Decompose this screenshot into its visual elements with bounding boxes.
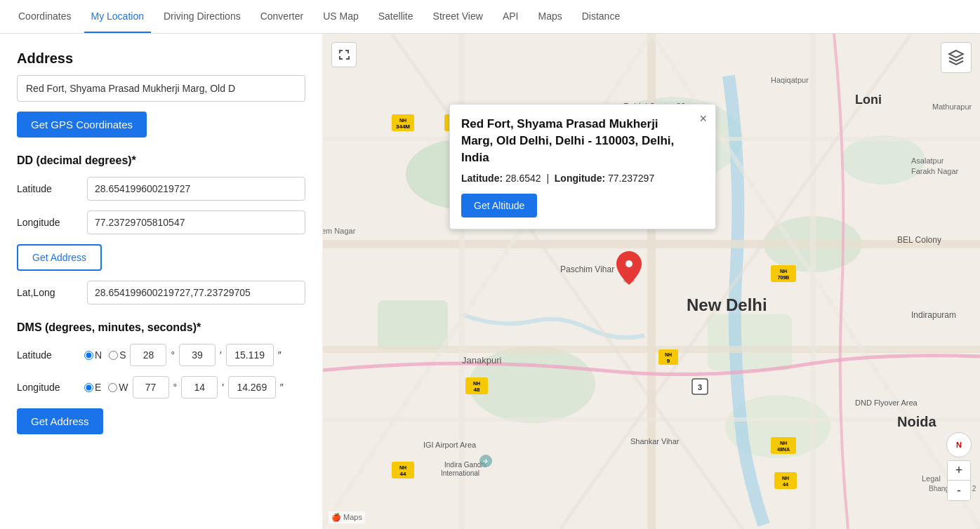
dms-latitude-label: Latitude (17, 349, 80, 361)
latitude-row: Latitude (17, 177, 305, 201)
lat-long-input[interactable] (87, 281, 305, 304)
dms-latitude-row: Latitude N S ° ′ ″ (17, 344, 305, 366)
dms-lat-s-input[interactable] (109, 351, 118, 360)
dms-lng-sec-symbol: ″ (280, 382, 284, 393)
nav-item-maps[interactable]: Maps (531, 1, 569, 33)
dms-lng-e-radio[interactable]: E (84, 382, 101, 393)
dms-lat-min-symbol: ′ (220, 349, 222, 361)
svg-text:em Nagar: em Nagar (323, 227, 356, 235)
get-gps-button[interactable]: Get GPS Coordinates (17, 112, 147, 138)
dms-lat-direction: N S (84, 349, 126, 361)
dms-section-title: DMS (degrees, minutes, seconds)* (17, 321, 305, 334)
popup-coordinates: Latitude: 28.6542 | Longitude: 77.237297 (461, 173, 704, 184)
map-layer-button[interactable] (941, 42, 972, 73)
map-expand-control (331, 42, 357, 67)
svg-text:Janakpuri: Janakpuri (462, 355, 501, 366)
nav-bar: Coordinates My Location Driving Directio… (0, 0, 980, 34)
get-address-button-1[interactable]: Get Address (17, 244, 102, 271)
dms-lat-sec-input[interactable] (226, 344, 274, 366)
dms-lng-sec-input[interactable] (228, 376, 276, 399)
nav-item-driving-directions[interactable]: Driving Directions (157, 1, 248, 33)
dms-lat-sec-symbol: ″ (278, 349, 282, 361)
nav-item-converter[interactable]: Converter (253, 1, 310, 33)
dms-lng-e-input[interactable] (84, 383, 93, 392)
dms-lat-deg-symbol: ° (171, 349, 175, 361)
svg-text:Legal: Legal (922, 474, 941, 483)
nav-item-street-view[interactable]: Street View (426, 1, 490, 33)
map-container[interactable]: NH 344M NH 44 NH 48 NH 9 NH 44 NH 709B (323, 34, 980, 529)
nav-item-satellite[interactable]: Satellite (371, 1, 421, 33)
longitude-row: Longitude (17, 210, 305, 234)
svg-rect-4 (708, 314, 792, 370)
svg-text:Farakh Nagar: Farakh Nagar (911, 167, 959, 175)
nav-item-coordinates[interactable]: Coordinates (11, 1, 79, 33)
svg-text:9: 9 (667, 358, 670, 364)
svg-text:NH: NH (665, 352, 672, 357)
zoom-in-button[interactable]: + (948, 461, 970, 481)
svg-text:Shankar Vihar: Shankar Vihar (630, 437, 680, 446)
svg-text:48: 48 (474, 387, 480, 393)
popup-lat-label: Latitude: (461, 173, 503, 184)
longitude-input[interactable] (87, 210, 305, 234)
dms-lat-deg-input[interactable] (130, 344, 166, 366)
dms-lng-e-label: E (95, 382, 101, 393)
svg-point-70 (625, 260, 633, 267)
compass-indicator: N (946, 432, 972, 457)
dms-longitude-row: Longitude E W ° ′ ″ (17, 376, 305, 399)
map-zoom-controls: N + - (946, 432, 972, 501)
lat-long-row: Lat,Long (17, 281, 305, 304)
svg-text:Paschim Vihar: Paschim Vihar (560, 264, 614, 274)
dms-lng-deg-symbol: ° (173, 382, 178, 393)
svg-text:Haqiqatpur: Haqiqatpur (771, 76, 809, 84)
svg-text:NH: NH (399, 465, 406, 470)
get-address-button-2[interactable]: Get Address (17, 408, 103, 434)
dms-lng-w-radio[interactable]: W (108, 382, 128, 393)
latitude-label: Latitude (17, 183, 80, 194)
popup-close-button[interactable]: × (699, 112, 707, 126)
dms-lng-deg-input[interactable] (133, 376, 169, 399)
svg-text:Asalatpur: Asalatpur (911, 156, 944, 165)
dms-lat-s-radio[interactable]: S (109, 349, 126, 361)
zoom-out-button[interactable]: - (948, 481, 970, 500)
svg-text:✈: ✈ (483, 457, 489, 465)
map-layer-control (941, 42, 972, 73)
dd-section-title: DD (decimal degrees)* (17, 154, 305, 167)
dms-lat-min-input[interactable] (179, 344, 216, 366)
dms-lat-s-label: S (119, 349, 126, 361)
svg-text:NH: NH (473, 381, 480, 386)
svg-text:Loni: Loni (855, 93, 882, 107)
latitude-input[interactable] (87, 177, 305, 201)
nav-item-api[interactable]: API (496, 1, 526, 33)
svg-rect-7 (378, 300, 448, 349)
left-panel: Address Get GPS Coordinates DD (decimal … (0, 34, 323, 529)
svg-text:NH: NH (782, 476, 789, 481)
dms-longitude-label: Longitude (17, 382, 80, 393)
svg-text:DND Flyover Area: DND Flyover Area (855, 399, 918, 407)
expand-button[interactable] (331, 42, 357, 67)
dms-lng-min-symbol: ′ (222, 382, 224, 393)
compass-label: N (956, 441, 962, 449)
nav-item-distance[interactable]: Distance (575, 1, 627, 33)
dms-lng-w-label: W (119, 382, 128, 393)
popup-lat-value: 28.6542 (505, 173, 541, 184)
svg-text:3: 3 (698, 383, 702, 391)
svg-text:New Delhi: New Delhi (687, 295, 767, 314)
lat-long-label: Lat,Long (17, 287, 80, 298)
address-section-title: Address (17, 51, 305, 67)
expand-icon (338, 48, 350, 61)
address-input[interactable] (17, 75, 305, 102)
nav-item-my-location[interactable]: My Location (84, 1, 151, 33)
dms-lng-w-input[interactable] (108, 383, 117, 392)
svg-text:Indirapuram: Indirapuram (911, 310, 956, 320)
svg-text:NH: NH (780, 441, 787, 446)
main-layout: Address Get GPS Coordinates DD (decimal … (0, 34, 980, 529)
svg-text:44: 44 (400, 471, 406, 477)
dms-lat-n-input[interactable] (84, 351, 93, 360)
nav-item-us-map[interactable]: US Map (316, 1, 366, 33)
get-altitude-button[interactable]: Get Altitude (461, 194, 537, 217)
map-attribution-text: Maps (343, 513, 362, 521)
dms-lat-n-radio[interactable]: N (84, 349, 102, 361)
dms-lng-min-input[interactable] (181, 376, 218, 399)
svg-text:Noida: Noida (897, 414, 936, 429)
popup-title: Red Fort, Shyama Prasad Mukherji Marg, O… (461, 116, 704, 166)
